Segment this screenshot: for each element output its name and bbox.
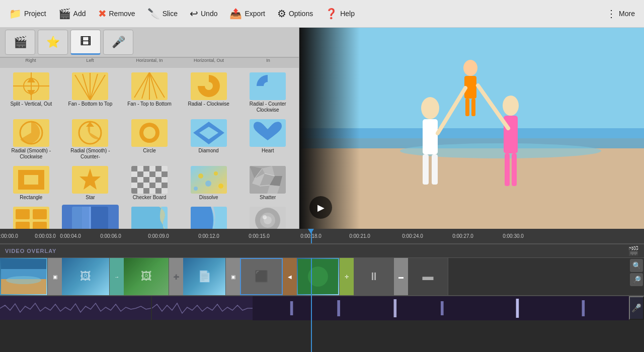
time-mark-6: 0:00:06.0 xyxy=(100,233,121,239)
svg-rect-119 xyxy=(512,153,517,186)
transition-squares[interactable]: Squares xyxy=(3,205,60,229)
svg-rect-53 xyxy=(137,177,143,183)
transition-radial-counter[interactable]: Radial - Counter Clockwise xyxy=(239,70,296,115)
transition-circle[interactable]: Circle xyxy=(121,117,178,162)
transition-fan-bottom-top[interactable]: Fan - Bottom to Top xyxy=(62,70,119,115)
svg-rect-91 xyxy=(33,222,47,229)
svg-point-72 xyxy=(214,171,218,175)
transition-radial-clockwise[interactable]: Radial - Clockwise xyxy=(180,70,237,115)
time-mark-27: 0:00:27.0 xyxy=(452,233,473,239)
transition-7[interactable]: ▬ xyxy=(394,258,408,295)
svg-rect-134 xyxy=(441,301,444,315)
track-container: ▣ 🖼 → 🖼 ➕ 📄 ▣ ⬛ ◀ xyxy=(0,258,644,352)
clip-2[interactable]: 🖼 xyxy=(62,258,110,295)
tab-audio[interactable]: 🎤 xyxy=(103,30,133,55)
svg-rect-135 xyxy=(516,299,519,318)
more-button[interactable]: ⋮ More xyxy=(601,5,640,23)
svg-rect-118 xyxy=(505,153,510,186)
svg-rect-48 xyxy=(143,171,149,177)
transition-diamond[interactable]: Diamond xyxy=(180,117,237,162)
transition-zoom[interactable]: Zoom xyxy=(239,205,296,229)
undo-button[interactable]: ↩ Undo xyxy=(185,5,222,23)
transition-diamond-label: Diamond xyxy=(199,148,219,154)
main-video-track: ▣ 🖼 → 🖼 ➕ 📄 ▣ ⬛ ◀ xyxy=(0,258,644,296)
export-button[interactable]: 📤 Export xyxy=(224,5,270,23)
clip-7[interactable]: ⏸ xyxy=(354,258,394,295)
svg-rect-61 xyxy=(149,183,155,188)
audio-waveform-mid xyxy=(152,296,253,320)
transition-shatter[interactable]: Shatter xyxy=(239,164,296,203)
clip-4[interactable]: 📄 xyxy=(183,258,226,295)
svg-rect-41 xyxy=(137,166,143,171)
time-mark-12: 0:00:12.0 xyxy=(198,233,219,239)
transition-4[interactable]: ▣ xyxy=(226,258,240,295)
transition-fan-top-bottom[interactable]: Fan - Top to Bottom xyxy=(121,70,178,115)
clip-8[interactable]: ▬ xyxy=(408,258,448,295)
transition-3[interactable]: ➕ xyxy=(169,258,183,295)
clip-1[interactable] xyxy=(0,258,48,295)
svg-rect-110 xyxy=(423,154,429,185)
remove-button[interactable]: ✖ Remove xyxy=(93,5,140,23)
transition-1[interactable]: ▣ xyxy=(48,258,62,295)
svg-rect-63 xyxy=(162,183,168,188)
svg-point-103 xyxy=(263,215,267,219)
transition-split-vertical-out[interactable]: Split - Vertical, Out xyxy=(3,70,60,115)
transition-6[interactable]: ✛ xyxy=(340,258,354,295)
add-button[interactable]: 🎬 Add xyxy=(53,5,91,23)
play-button[interactable]: ▶ xyxy=(309,196,332,219)
svg-point-125 xyxy=(6,276,41,284)
transition-radial-smooth-ccw[interactable]: Radial (Smooth) - Counter- xyxy=(62,117,119,162)
toolbar: 📁 Project 🎬 Add ✖ Remove 🔪 Slice ↩ Undo … xyxy=(0,0,644,28)
svg-rect-51 xyxy=(162,171,168,177)
transition-radial-smooth-cw[interactable]: Radial (Smooth) - Clockwise xyxy=(3,117,60,162)
svg-rect-58 xyxy=(131,183,137,188)
timeline-area: 0:00:00.0 0:00:03.0 0:00:04.0 0:00:06.0 … xyxy=(0,229,644,352)
slice-button[interactable]: 🔪 Slice xyxy=(142,5,183,23)
clip-3[interactable]: 🖼 xyxy=(124,258,169,295)
zoom-in-btn[interactable]: 🔍 xyxy=(630,259,643,272)
remove-icon: ✖ xyxy=(98,8,107,20)
tab-favorites[interactable]: ⭐ xyxy=(38,30,68,55)
transition-dissolve[interactable]: Dissolve xyxy=(180,164,237,203)
time-mark-9: 0:00:09.0 xyxy=(148,233,169,239)
svg-rect-55 xyxy=(149,177,155,183)
clip-5[interactable]: ⬛ xyxy=(240,258,283,295)
transition-radial-smooth-cw-label: Radial (Smooth) - Clockwise xyxy=(4,148,59,160)
options-button[interactable]: ⚙ Options xyxy=(272,5,318,23)
svg-point-112 xyxy=(463,60,477,76)
main-area: 🎬 ⭐ 🎞 🎤 Right Left Horizontal, In Horizo… xyxy=(0,28,644,229)
time-mark-15: 0:00:15.0 xyxy=(249,233,270,239)
transition-shatter-label: Shatter xyxy=(260,195,276,201)
transition-checker-board[interactable]: Checker Board xyxy=(121,164,178,203)
transition-page-curl[interactable]: Page Curl xyxy=(121,205,178,229)
time-mark-0: 0:00:00.0 xyxy=(0,233,18,239)
svg-rect-54 xyxy=(143,177,149,183)
clip-6[interactable] xyxy=(297,258,340,295)
left-panel: 🎬 ⭐ 🎞 🎤 Right Left Horizontal, In Horizo… xyxy=(0,28,299,229)
svg-point-74 xyxy=(218,184,223,189)
transition-dissolve-label: Dissolve xyxy=(199,195,218,201)
transition-star[interactable]: Star xyxy=(62,164,119,203)
transition-flip[interactable]: Flip xyxy=(62,205,119,229)
slice-label: Slice xyxy=(163,10,178,18)
transition-roll[interactable]: Roll xyxy=(180,205,237,229)
time-cursor-marker[interactable] xyxy=(311,229,312,243)
transition-5[interactable]: ◀ xyxy=(283,258,297,295)
time-mark-24: 0:00:24.0 xyxy=(402,233,423,239)
svg-point-73 xyxy=(205,181,211,187)
svg-rect-36 xyxy=(24,175,38,185)
project-button[interactable]: 📁 Project xyxy=(4,5,51,23)
project-icon: 📁 xyxy=(9,8,22,20)
help-button[interactable]: ❓ Help xyxy=(320,5,360,23)
tab-transitions[interactable]: 🎞 xyxy=(70,30,101,55)
zoom-out-btn[interactable]: 🔎 xyxy=(630,273,643,286)
audio-waveform-right xyxy=(253,296,629,320)
svg-rect-45 xyxy=(162,166,168,171)
tab-effects[interactable]: 🎬 xyxy=(5,30,35,55)
transition-rectangle[interactable]: Rectangle xyxy=(3,164,60,203)
audio-mic-button[interactable]: 🎤 xyxy=(629,296,644,320)
transition-heart[interactable]: Heart xyxy=(239,117,296,162)
svg-rect-109 xyxy=(423,119,438,154)
cat-left: Left xyxy=(60,58,120,68)
transition-2[interactable]: → xyxy=(110,258,124,295)
